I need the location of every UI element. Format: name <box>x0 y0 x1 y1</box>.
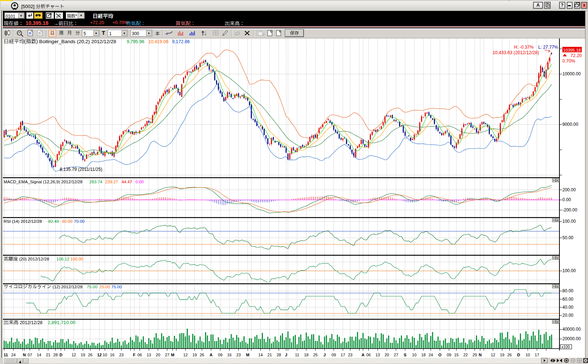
svg-text:D: D <box>29 31 31 35</box>
svg-text:10: 10 <box>103 353 107 357</box>
svg-text:11: 11 <box>295 353 299 357</box>
svg-text:-200.00: -200.00 <box>562 207 577 213</box>
svg-text:106.12: 106.12 <box>56 256 69 261</box>
svg-text:12: 12 <box>491 353 495 357</box>
svg-text:17: 17 <box>535 353 539 357</box>
svg-text:9,795.96: 9,795.96 <box>127 39 144 44</box>
svg-text:28: 28 <box>276 353 281 357</box>
svg-text:44.47: 44.47 <box>122 179 132 184</box>
svg-text:28: 28 <box>53 353 57 357</box>
svg-text:26: 26 <box>507 353 511 357</box>
svg-text:F: F <box>133 353 135 357</box>
svg-text:15: 15 <box>454 353 458 357</box>
svg-text:0.00: 0.00 <box>135 179 144 184</box>
svg-text:2,891,710.00: 2,891,710.00 <box>48 320 75 325</box>
svg-text:RSI (14) 2012/12/28: RSI (14) 2012/12/28 <box>4 219 42 224</box>
svg-text:27: 27 <box>165 353 169 357</box>
svg-text:239.27: 239.27 <box>105 179 118 184</box>
svg-text:40000.00: 40000.00 <box>562 327 581 332</box>
svg-text:20.00: 20.00 <box>562 313 573 318</box>
svg-text:23: 23 <box>236 353 241 357</box>
svg-text:100.00: 100.00 <box>562 268 576 273</box>
svg-text:10: 10 <box>525 353 530 357</box>
svg-text:75.00: 75.00 <box>87 284 97 289</box>
svg-text:100.00: 100.00 <box>70 256 83 261</box>
svg-text:27: 27 <box>394 353 398 357</box>
svg-text:21: 21 <box>267 353 272 357</box>
svg-text:60.00: 60.00 <box>562 297 573 302</box>
svg-text:0.00: 0.00 <box>562 197 571 202</box>
svg-text:M: M <box>171 353 174 357</box>
svg-text:O: O <box>438 353 442 357</box>
svg-text:82.49: 82.49 <box>48 219 59 224</box>
svg-text:B: B <box>38 31 41 35</box>
svg-text:06: 06 <box>366 353 371 357</box>
svg-text:L: 27.77%: L: 27.77% <box>538 45 558 50</box>
svg-text:26: 26 <box>88 353 92 357</box>
svg-text:16: 16 <box>110 353 114 357</box>
svg-text:09: 09 <box>331 353 336 357</box>
svg-text:09: 09 <box>447 353 451 357</box>
svg-text:80.00: 80.00 <box>562 288 573 293</box>
svg-text:19: 19 <box>500 353 504 357</box>
svg-text:24: 24 <box>11 353 15 357</box>
svg-text:14: 14 <box>37 353 41 357</box>
svg-text:18: 18 <box>304 353 308 357</box>
svg-text:29: 29 <box>472 353 477 357</box>
svg-text:A: A <box>362 353 365 357</box>
svg-text:17: 17 <box>340 353 345 357</box>
svg-text:出来高 2012/12/28: 出来高 2012/12/28 <box>4 320 42 325</box>
svg-text:10,419.06: 10,419.06 <box>148 39 168 44</box>
svg-text:21: 21 <box>46 353 50 357</box>
svg-text:13: 13 <box>146 353 151 357</box>
svg-text:11: 11 <box>4 353 8 357</box>
svg-text:40.00: 40.00 <box>562 305 573 310</box>
svg-text:12: 12 <box>71 353 76 357</box>
svg-text:20: 20 <box>384 353 389 357</box>
svg-text:72.20: 72.20 <box>570 53 582 58</box>
svg-text:14: 14 <box>258 353 263 357</box>
svg-text:H: -0.37%: H: -0.37% <box>514 45 534 50</box>
svg-text:70.00: 70.00 <box>74 219 85 224</box>
svg-text:09: 09 <box>218 353 222 357</box>
svg-text:8,135.79 (2011/11/25): 8,135.79 (2011/11/25) <box>60 167 102 172</box>
svg-text:20: 20 <box>156 353 160 357</box>
svg-text:18: 18 <box>421 353 425 357</box>
svg-text:26: 26 <box>200 353 204 357</box>
svg-text:12: 12 <box>97 353 101 357</box>
svg-text:25: 25 <box>313 353 317 357</box>
svg-text:M: M <box>246 353 249 357</box>
svg-text:25.00: 25.00 <box>100 284 110 289</box>
svg-text:D: D <box>60 353 63 357</box>
svg-text:200.00: 200.00 <box>562 187 576 192</box>
svg-text:75.00: 75.00 <box>111 284 122 289</box>
svg-text:9000.00: 9000.00 <box>562 122 578 127</box>
svg-text:50.00: 50.00 <box>562 235 573 240</box>
svg-text:22: 22 <box>463 353 468 357</box>
svg-text:0.70%: 0.70% <box>562 59 575 64</box>
svg-text:19: 19 <box>81 353 85 357</box>
svg-text:13: 13 <box>375 353 380 357</box>
svg-text:日経平均(指数) Bollinger_Bands (20,2: 日経平均(指数) Bollinger_Bands (20,2) 2012/12/… <box>4 38 116 44</box>
svg-text:D: D <box>517 353 520 357</box>
svg-text:10395.18: 10395.18 <box>563 48 581 52</box>
svg-text:20000.00: 20000.00 <box>562 336 581 341</box>
svg-text:A: A <box>210 353 213 357</box>
svg-text:J: J <box>285 353 287 357</box>
svg-text:06: 06 <box>137 353 142 357</box>
svg-text:サイコロジカルライン (12) 2012/12/28: サイコロジカルライン (12) 2012/12/28 <box>4 284 82 289</box>
svg-text:9,172.86: 9,172.86 <box>172 39 190 44</box>
svg-text:24: 24 <box>428 353 433 357</box>
svg-text:23: 23 <box>119 353 123 357</box>
svg-text:x100: x100 <box>562 345 570 349</box>
svg-text:07: 07 <box>27 353 32 357</box>
svg-text:10000.00: 10000.00 <box>562 71 581 76</box>
svg-text:30.00: 30.00 <box>62 219 72 224</box>
svg-text:100.00: 100.00 <box>562 219 576 224</box>
svg-text:10,433.63 (2012/12/28): 10,433.63 (2012/12/28) <box>492 50 539 55</box>
svg-text:乖離度 (20) 2012/12/28: 乖離度 (20) 2012/12/28 <box>4 256 49 262</box>
svg-text:12: 12 <box>183 353 187 357</box>
svg-text:16: 16 <box>227 353 231 357</box>
svg-text:N: N <box>23 353 26 357</box>
svg-text:283.74: 283.74 <box>89 179 103 184</box>
